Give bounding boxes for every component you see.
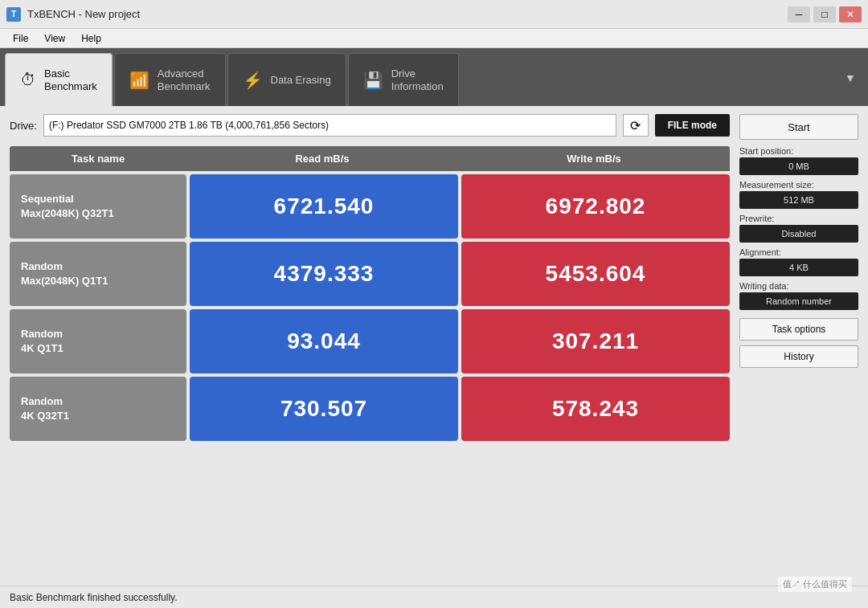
write-sequential-value: 6972.802 xyxy=(546,194,646,219)
title-bar: T TxBENCH - New project ─ □ ✕ xyxy=(0,0,868,29)
measurement-size-value: 512 MB xyxy=(739,191,858,209)
write-random-2048-value: 5453.604 xyxy=(546,261,646,287)
drive-label: Drive: xyxy=(10,120,37,132)
measurement-size-label: Measurement size: xyxy=(739,180,858,190)
content-area: Drive: (F:) Predator SSD GM7000 2TB 1.86… xyxy=(0,106,868,586)
write-random-4k-q32t1: 578.243 xyxy=(461,377,730,441)
header-read: Read mB/s xyxy=(186,146,458,171)
status-text: Basic Benchmark finished successfully. xyxy=(10,592,178,603)
writing-data-value: Random number xyxy=(739,292,858,310)
writing-data-label: Writing data: xyxy=(739,281,858,291)
left-panel: Drive: (F:) Predator SSD GM7000 2TB 1.86… xyxy=(10,114,730,586)
main-window: T TxBENCH - New project ─ □ ✕ File View … xyxy=(0,0,868,608)
tab-basic-benchmark[interactable]: ⏱ BasicBenchmark xyxy=(5,53,113,106)
tab-data-erasing[interactable]: ⚡ Data Erasing xyxy=(227,53,346,106)
table-row: Random4K Q32T1 730.507 578.243 xyxy=(10,377,730,441)
prewrite-label: Prewrite: xyxy=(739,214,858,223)
menu-help[interactable]: Help xyxy=(75,31,108,46)
window-title: TxBENCH - New project xyxy=(27,8,140,20)
alignment-value: 4 KB xyxy=(739,259,858,276)
menu-bar: File View Help xyxy=(0,29,868,48)
bench-rows: SequentialMax(2048K) Q32T1 6721.540 6972… xyxy=(10,174,730,441)
task-random-4k-q32t1: Random4K Q32T1 xyxy=(10,377,186,441)
menu-view[interactable]: View xyxy=(38,31,72,46)
task-random-4k-q1t1-label: Random4K Q1T1 xyxy=(21,327,63,356)
drive-refresh-button[interactable]: ⟳ xyxy=(623,114,649,137)
tab-drive-information-label: DriveInformation xyxy=(391,67,444,92)
start-button[interactable]: Start xyxy=(739,114,858,140)
start-position-label: Start position: xyxy=(739,146,858,156)
history-button[interactable]: History xyxy=(739,345,858,368)
start-position-value: 0 MB xyxy=(739,157,858,175)
measurement-size-group: Measurement size: 512 MB xyxy=(739,180,858,209)
tab-advanced-benchmark[interactable]: 📶 AdvancedBenchmark xyxy=(114,53,226,106)
menu-file[interactable]: File xyxy=(6,31,35,46)
table-row: Random4K Q1T1 93.044 307.211 xyxy=(10,309,730,373)
basic-benchmark-icon: ⏱ xyxy=(20,71,36,89)
read-sequential-value: 6721.540 xyxy=(274,194,375,219)
watermark: 值↗ 什么值得买 xyxy=(778,577,852,592)
status-bar: Basic Benchmark finished successfully. xyxy=(0,586,868,608)
task-random-4k-q32t1-label: Random4K Q32T1 xyxy=(21,394,69,423)
task-options-button[interactable]: Task options xyxy=(739,318,858,341)
right-panel: Start Start position: 0 MB Measurement s… xyxy=(739,114,858,586)
write-random-4k-q32t1-value: 578.243 xyxy=(552,396,639,422)
read-random-2048: 4379.333 xyxy=(190,242,458,306)
alignment-group: Alignment: 4 KB xyxy=(739,247,858,276)
table-row: RandomMax(2048K) Q1T1 4379.333 5453.604 xyxy=(10,242,730,306)
header-task-name: Task name xyxy=(10,146,186,171)
read-sequential: 6721.540 xyxy=(190,174,458,239)
drive-row: Drive: (F:) Predator SSD GM7000 2TB 1.86… xyxy=(10,114,730,137)
drive-select[interactable]: (F:) Predator SSD GM7000 2TB 1.86 TB (4,… xyxy=(43,114,616,137)
tab-data-erasing-label: Data Erasing xyxy=(271,74,331,87)
read-random-4k-q32t1: 730.507 xyxy=(190,377,458,441)
read-random-2048-value: 4379.333 xyxy=(274,261,375,287)
write-sequential: 6972.802 xyxy=(461,174,730,239)
task-random-2048: RandomMax(2048K) Q1T1 xyxy=(10,242,186,306)
table-row: SequentialMax(2048K) Q32T1 6721.540 6972… xyxy=(10,174,730,239)
close-button[interactable]: ✕ xyxy=(839,6,862,22)
tab-bar: ⏱ BasicBenchmark 📶 AdvancedBenchmark ⚡ D… xyxy=(0,48,868,106)
minimize-button[interactable]: ─ xyxy=(788,6,810,22)
prewrite-value: Disabled xyxy=(739,225,858,243)
tab-advanced-benchmark-label: AdvancedBenchmark xyxy=(158,67,211,92)
read-random-4k-q1t1: 93.044 xyxy=(190,309,458,373)
alignment-label: Alignment: xyxy=(739,247,858,257)
title-controls: ─ □ ✕ xyxy=(788,6,862,22)
app-icon: T xyxy=(6,7,21,22)
header-write: Write mB/s xyxy=(458,146,730,171)
write-random-2048: 5453.604 xyxy=(461,242,730,306)
drive-information-icon: 💾 xyxy=(363,71,383,90)
maximize-button[interactable]: □ xyxy=(813,6,836,22)
data-erasing-icon: ⚡ xyxy=(243,71,263,90)
bench-header: Task name Read mB/s Write mB/s xyxy=(10,146,730,171)
tab-basic-benchmark-label: BasicBenchmark xyxy=(44,67,97,92)
tab-dropdown-button[interactable]: ▼ xyxy=(837,53,863,106)
tab-drive-information[interactable]: 💾 DriveInformation xyxy=(348,53,459,106)
read-random-4k-q1t1-value: 93.044 xyxy=(287,328,361,354)
writing-data-group: Writing data: Random number xyxy=(739,281,858,310)
start-position-group: Start position: 0 MB xyxy=(739,146,858,175)
refresh-icon: ⟳ xyxy=(630,118,641,133)
task-sequential-label: SequentialMax(2048K) Q32T1 xyxy=(21,192,114,221)
title-bar-left: T TxBENCH - New project xyxy=(6,7,140,22)
task-sequential: SequentialMax(2048K) Q32T1 xyxy=(10,174,186,239)
prewrite-group: Prewrite: Disabled xyxy=(739,214,858,243)
write-random-4k-q1t1-value: 307.211 xyxy=(552,328,639,354)
read-random-4k-q32t1-value: 730.507 xyxy=(280,396,367,422)
task-random-4k-q1t1: Random4K Q1T1 xyxy=(10,309,186,373)
file-mode-button[interactable]: FILE mode xyxy=(655,114,730,137)
write-random-4k-q1t1: 307.211 xyxy=(461,309,730,373)
advanced-benchmark-icon: 📶 xyxy=(129,71,149,90)
task-random-2048-label: RandomMax(2048K) Q1T1 xyxy=(21,259,108,288)
